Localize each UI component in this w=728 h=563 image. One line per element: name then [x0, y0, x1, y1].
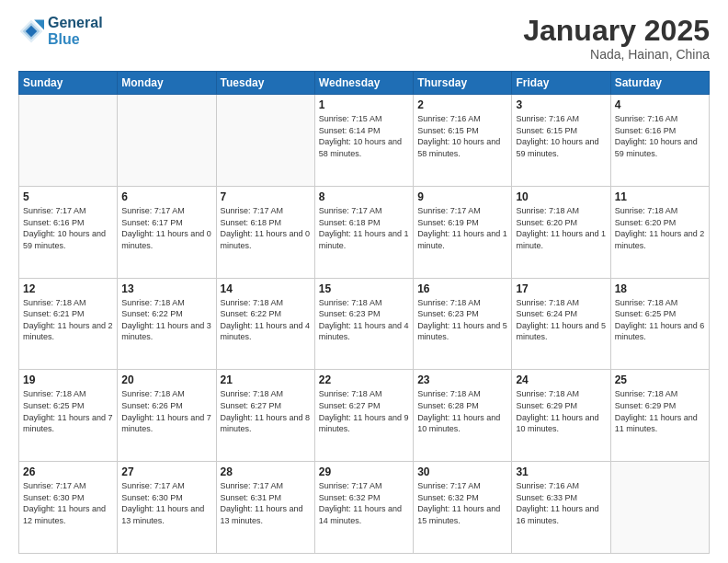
- header: General Blue January 2025 Nada, Hainan, …: [18, 15, 710, 62]
- day-number: 9: [417, 190, 507, 203]
- day-info: Sunrise: 7:16 AM Sunset: 6:15 PM Dayligh…: [516, 113, 606, 159]
- day-info: Sunrise: 7:18 AM Sunset: 6:27 PM Dayligh…: [319, 388, 409, 434]
- calendar-header-row: Sunday Monday Tuesday Wednesday Thursday…: [19, 72, 710, 95]
- day-info: Sunrise: 7:18 AM Sunset: 6:26 PM Dayligh…: [121, 388, 211, 434]
- table-row: 30Sunrise: 7:17 AM Sunset: 6:32 PM Dayli…: [414, 462, 512, 554]
- header-sunday: Sunday: [19, 72, 118, 95]
- table-row: 18Sunrise: 7:18 AM Sunset: 6:25 PM Dayli…: [610, 278, 709, 370]
- day-number: 10: [516, 190, 606, 203]
- day-info: Sunrise: 7:18 AM Sunset: 6:29 PM Dayligh…: [615, 388, 705, 434]
- day-number: 29: [319, 465, 409, 478]
- day-info: Sunrise: 7:18 AM Sunset: 6:25 PM Dayligh…: [615, 297, 705, 343]
- day-number: 27: [121, 465, 211, 478]
- day-info: Sunrise: 7:17 AM Sunset: 6:30 PM Dayligh…: [121, 480, 211, 526]
- table-row: 19Sunrise: 7:18 AM Sunset: 6:25 PM Dayli…: [19, 370, 118, 462]
- day-number: 23: [417, 373, 507, 386]
- calendar-week-row: 26Sunrise: 7:17 AM Sunset: 6:30 PM Dayli…: [19, 462, 710, 554]
- logo-icon: [18, 18, 44, 44]
- day-info: Sunrise: 7:17 AM Sunset: 6:30 PM Dayligh…: [23, 480, 113, 526]
- day-info: Sunrise: 7:17 AM Sunset: 6:18 PM Dayligh…: [319, 205, 409, 251]
- day-number: 26: [23, 465, 113, 478]
- header-monday: Monday: [118, 72, 216, 95]
- day-number: 19: [23, 373, 113, 386]
- day-info: Sunrise: 7:17 AM Sunset: 6:31 PM Dayligh…: [221, 480, 311, 526]
- title-block: January 2025 Nada, Hainan, China: [523, 15, 710, 62]
- table-row: 2Sunrise: 7:16 AM Sunset: 6:15 PM Daylig…: [414, 95, 512, 187]
- day-info: Sunrise: 7:17 AM Sunset: 6:19 PM Dayligh…: [417, 205, 507, 251]
- table-row: 15Sunrise: 7:18 AM Sunset: 6:23 PM Dayli…: [314, 278, 413, 370]
- table-row: 1Sunrise: 7:15 AM Sunset: 6:14 PM Daylig…: [314, 95, 413, 187]
- day-number: 7: [221, 190, 311, 203]
- header-tuesday: Tuesday: [216, 72, 314, 95]
- day-number: 12: [23, 282, 113, 295]
- day-number: 30: [417, 465, 507, 478]
- table-row: 10Sunrise: 7:18 AM Sunset: 6:20 PM Dayli…: [512, 186, 610, 278]
- day-number: 8: [319, 190, 409, 203]
- day-info: Sunrise: 7:18 AM Sunset: 6:23 PM Dayligh…: [319, 297, 409, 343]
- calendar-week-row: 19Sunrise: 7:18 AM Sunset: 6:25 PM Dayli…: [19, 370, 710, 462]
- day-number: 21: [221, 373, 311, 386]
- calendar-week-row: 12Sunrise: 7:18 AM Sunset: 6:21 PM Dayli…: [19, 278, 710, 370]
- header-wednesday: Wednesday: [314, 72, 413, 95]
- day-number: 31: [516, 465, 606, 478]
- day-number: 5: [23, 190, 113, 203]
- table-row: 3Sunrise: 7:16 AM Sunset: 6:15 PM Daylig…: [512, 95, 610, 187]
- table-row: [216, 95, 314, 187]
- day-number: 3: [516, 98, 606, 111]
- day-info: Sunrise: 7:16 AM Sunset: 6:16 PM Dayligh…: [615, 113, 705, 159]
- day-info: Sunrise: 7:18 AM Sunset: 6:24 PM Dayligh…: [516, 297, 606, 343]
- day-info: Sunrise: 7:17 AM Sunset: 6:16 PM Dayligh…: [23, 205, 113, 251]
- day-info: Sunrise: 7:18 AM Sunset: 6:25 PM Dayligh…: [23, 388, 113, 434]
- table-row: 23Sunrise: 7:18 AM Sunset: 6:28 PM Dayli…: [414, 370, 512, 462]
- table-row: 25Sunrise: 7:18 AM Sunset: 6:29 PM Dayli…: [610, 370, 709, 462]
- table-row: 5Sunrise: 7:17 AM Sunset: 6:16 PM Daylig…: [19, 186, 118, 278]
- header-saturday: Saturday: [610, 72, 709, 95]
- table-row: 13Sunrise: 7:18 AM Sunset: 6:22 PM Dayli…: [118, 278, 216, 370]
- table-row: 7Sunrise: 7:17 AM Sunset: 6:18 PM Daylig…: [216, 186, 314, 278]
- table-row: [610, 462, 709, 554]
- day-info: Sunrise: 7:18 AM Sunset: 6:28 PM Dayligh…: [417, 388, 507, 434]
- day-number: 16: [417, 282, 507, 295]
- day-info: Sunrise: 7:17 AM Sunset: 6:32 PM Dayligh…: [319, 480, 409, 526]
- table-row: 29Sunrise: 7:17 AM Sunset: 6:32 PM Dayli…: [314, 462, 413, 554]
- table-row: 22Sunrise: 7:18 AM Sunset: 6:27 PM Dayli…: [314, 370, 413, 462]
- day-info: Sunrise: 7:15 AM Sunset: 6:14 PM Dayligh…: [319, 113, 409, 159]
- table-row: 26Sunrise: 7:17 AM Sunset: 6:30 PM Dayli…: [19, 462, 118, 554]
- table-row: 21Sunrise: 7:18 AM Sunset: 6:27 PM Dayli…: [216, 370, 314, 462]
- day-number: 28: [221, 465, 311, 478]
- day-number: 13: [121, 282, 211, 295]
- calendar-subtitle: Nada, Hainan, China: [523, 47, 710, 62]
- day-number: 11: [615, 190, 705, 203]
- table-row: 16Sunrise: 7:18 AM Sunset: 6:23 PM Dayli…: [414, 278, 512, 370]
- day-info: Sunrise: 7:17 AM Sunset: 6:18 PM Dayligh…: [221, 205, 311, 251]
- table-row: 14Sunrise: 7:18 AM Sunset: 6:22 PM Dayli…: [216, 278, 314, 370]
- day-number: 22: [319, 373, 409, 386]
- table-row: 31Sunrise: 7:16 AM Sunset: 6:33 PM Dayli…: [512, 462, 610, 554]
- page: General Blue January 2025 Nada, Hainan, …: [0, 0, 728, 563]
- day-info: Sunrise: 7:18 AM Sunset: 6:22 PM Dayligh…: [221, 297, 311, 343]
- table-row: 24Sunrise: 7:18 AM Sunset: 6:29 PM Dayli…: [512, 370, 610, 462]
- header-friday: Friday: [512, 72, 610, 95]
- table-row: [19, 95, 118, 187]
- table-row: 9Sunrise: 7:17 AM Sunset: 6:19 PM Daylig…: [414, 186, 512, 278]
- table-row: 17Sunrise: 7:18 AM Sunset: 6:24 PM Dayli…: [512, 278, 610, 370]
- table-row: 27Sunrise: 7:17 AM Sunset: 6:30 PM Dayli…: [118, 462, 216, 554]
- calendar-week-row: 5Sunrise: 7:17 AM Sunset: 6:16 PM Daylig…: [19, 186, 710, 278]
- day-number: 15: [319, 282, 409, 295]
- table-row: 8Sunrise: 7:17 AM Sunset: 6:18 PM Daylig…: [314, 186, 413, 278]
- day-info: Sunrise: 7:18 AM Sunset: 6:29 PM Dayligh…: [516, 388, 606, 434]
- day-info: Sunrise: 7:17 AM Sunset: 6:32 PM Dayligh…: [417, 480, 507, 526]
- day-number: 14: [221, 282, 311, 295]
- day-number: 20: [121, 373, 211, 386]
- day-number: 24: [516, 373, 606, 386]
- day-info: Sunrise: 7:16 AM Sunset: 6:33 PM Dayligh…: [516, 480, 606, 526]
- day-info: Sunrise: 7:18 AM Sunset: 6:22 PM Dayligh…: [121, 297, 211, 343]
- table-row: 11Sunrise: 7:18 AM Sunset: 6:20 PM Dayli…: [610, 186, 709, 278]
- day-info: Sunrise: 7:18 AM Sunset: 6:23 PM Dayligh…: [417, 297, 507, 343]
- day-info: Sunrise: 7:18 AM Sunset: 6:20 PM Dayligh…: [516, 205, 606, 251]
- table-row: 4Sunrise: 7:16 AM Sunset: 6:16 PM Daylig…: [610, 95, 709, 187]
- day-number: 4: [615, 98, 705, 111]
- table-row: [118, 95, 216, 187]
- header-thursday: Thursday: [414, 72, 512, 95]
- day-info: Sunrise: 7:17 AM Sunset: 6:17 PM Dayligh…: [121, 205, 211, 251]
